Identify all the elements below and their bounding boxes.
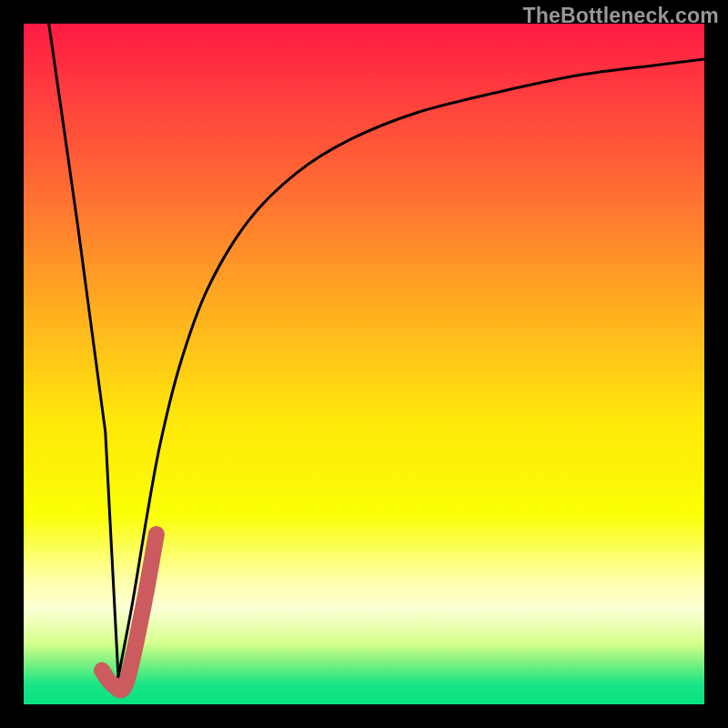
curve-left-descent	[49, 24, 118, 677]
chart-frame: TheBottleneck.com	[0, 0, 728, 728]
curves-layer	[24, 24, 704, 704]
plot-area	[24, 24, 704, 704]
marker-j-stroke	[102, 534, 157, 690]
curve-upswing	[118, 59, 704, 677]
watermark-text: TheBottleneck.com	[522, 4, 719, 28]
